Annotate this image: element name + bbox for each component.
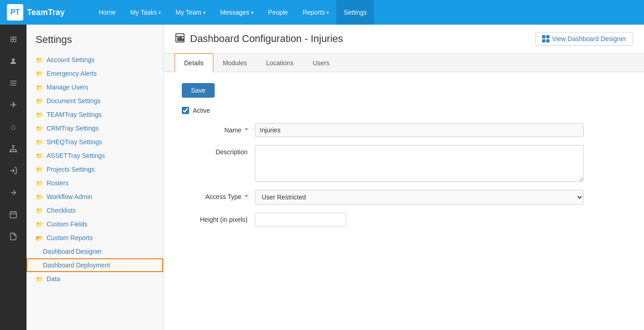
folder-icon: 📁 bbox=[36, 111, 43, 118]
tab-modules[interactable]: Modules bbox=[213, 53, 257, 72]
description-row: Description bbox=[182, 145, 626, 182]
sidebar-icon-plane[interactable]: ✈ bbox=[2, 95, 24, 115]
access-type-required-star: * bbox=[245, 193, 248, 200]
sidebar-item-account-settings[interactable]: 📁 Account Settings bbox=[26, 53, 163, 67]
access-type-row: Access Type * User Restricted Public Pri… bbox=[182, 190, 626, 204]
access-type-select[interactable]: User Restricted Public Private bbox=[255, 190, 584, 204]
sidebar-item-checklists[interactable]: 📁 Checklists bbox=[26, 204, 163, 217]
sidebar-item-document-settings[interactable]: 📁 Document Settings bbox=[26, 94, 163, 108]
sidebar-icon-grid[interactable]: ⊞ bbox=[2, 29, 24, 49]
sidebar-item-assettray-settings[interactable]: 📁 ASSETTray Settings bbox=[26, 149, 163, 162]
svg-rect-24 bbox=[542, 35, 545, 38]
nav-reports[interactable]: Reports ▾ bbox=[295, 0, 336, 25]
tab-users[interactable]: Users bbox=[303, 53, 339, 72]
name-input[interactable] bbox=[255, 123, 584, 137]
folder-icon: 📁 bbox=[36, 194, 43, 200]
main-body: ⊞ ✈ ⌂ Settings 📁 Account Settings bbox=[0, 25, 644, 330]
sidebar-icon-arrow[interactable] bbox=[2, 183, 24, 203]
form-content: Save Active Name * Description bbox=[164, 72, 644, 246]
folder-icon: 📁 bbox=[36, 98, 43, 105]
svg-rect-3 bbox=[10, 85, 16, 86]
nav-settings[interactable]: Settings bbox=[336, 0, 374, 25]
svg-rect-22 bbox=[180, 37, 181, 41]
text-sidebar: Settings 📁 Account Settings 📁 Emergency … bbox=[26, 25, 164, 330]
my-team-caret: ▾ bbox=[203, 10, 206, 15]
svg-rect-26 bbox=[542, 39, 545, 42]
folder-icon: 📁 bbox=[36, 70, 43, 77]
folder-icon: 📁 bbox=[36, 276, 43, 283]
folder-icon: 📁 bbox=[36, 84, 43, 91]
svg-rect-23 bbox=[182, 39, 184, 41]
sidebar-item-projects-settings[interactable]: 📁 Projects Settings bbox=[26, 162, 163, 176]
nav-people[interactable]: People bbox=[261, 0, 296, 25]
app-name: TeamTray bbox=[27, 8, 65, 17]
svg-rect-1 bbox=[10, 81, 16, 82]
tab-details[interactable]: Details bbox=[174, 53, 213, 72]
description-textarea[interactable] bbox=[255, 145, 584, 182]
sidebar-item-sheqtray-settings[interactable]: 📁 SHEQTray Settings bbox=[26, 135, 163, 149]
sidebar-item-teamtray-settings[interactable]: 📁 TEAMTray Settings bbox=[26, 108, 163, 121]
nav-my-team[interactable]: My Team ▾ bbox=[168, 0, 213, 25]
sidebar-item-workflow-admin[interactable]: 📁 Workflow Admin bbox=[26, 190, 163, 204]
sidebar-item-dashboard-designer[interactable]: Dashboard Designer bbox=[26, 245, 163, 258]
svg-rect-15 bbox=[10, 212, 16, 218]
active-label: Active bbox=[193, 107, 210, 114]
my-tasks-caret: ▾ bbox=[158, 10, 161, 15]
view-dashboard-button[interactable]: View Dashboard Designer bbox=[535, 32, 633, 46]
name-row: Name * bbox=[182, 123, 626, 137]
svg-rect-27 bbox=[546, 39, 549, 42]
height-label: Height (in pixels) bbox=[182, 213, 255, 223]
sidebar-icon-people[interactable] bbox=[2, 51, 24, 71]
svg-rect-2 bbox=[10, 83, 16, 84]
nav-my-tasks[interactable]: My Tasks ▾ bbox=[123, 0, 168, 25]
svg-rect-7 bbox=[15, 151, 17, 152]
sidebar-item-custom-fields[interactable]: 📁 Custom Fields bbox=[26, 217, 163, 231]
name-required-star: * bbox=[245, 126, 248, 134]
svg-point-0 bbox=[12, 58, 15, 61]
folder-icon: 📁 bbox=[36, 125, 43, 132]
folder-icon: 📁 bbox=[36, 207, 43, 214]
access-type-label: Access Type * bbox=[182, 190, 255, 200]
messages-caret: ▾ bbox=[251, 10, 253, 15]
name-label: Name * bbox=[182, 123, 255, 134]
active-row: Active bbox=[182, 107, 626, 114]
sidebar-item-emergency-alerts[interactable]: 📁 Emergency Alerts bbox=[26, 67, 163, 80]
logo-icon: PT bbox=[7, 4, 23, 21]
folder-icon: 📁 bbox=[36, 139, 43, 146]
sidebar-item-crmtray-settings[interactable]: 📁 CRMTray Settings bbox=[26, 121, 163, 135]
folder-open-icon: 📂 bbox=[36, 235, 43, 241]
sidebar-item-custom-reports[interactable]: 📂 Custom Reports bbox=[26, 231, 163, 245]
sidebar-icon-list[interactable] bbox=[2, 73, 24, 93]
svg-rect-6 bbox=[10, 151, 12, 152]
sidebar-icon-login[interactable] bbox=[2, 161, 24, 181]
chart-bar-icon bbox=[174, 32, 185, 46]
dashboard-grid-icon bbox=[542, 35, 549, 42]
tabs-bar: Details Modules Locations Users bbox=[164, 53, 644, 72]
save-button[interactable]: Save bbox=[182, 83, 215, 98]
sidebar-icon-document[interactable] bbox=[2, 226, 24, 246]
folder-icon: 📁 bbox=[36, 152, 43, 159]
page-title: Dashboard Configuration - Injuries bbox=[190, 33, 343, 45]
svg-rect-25 bbox=[546, 35, 549, 38]
nav-messages[interactable]: Messages ▾ bbox=[213, 0, 261, 25]
height-input[interactable] bbox=[255, 213, 346, 226]
tab-locations[interactable]: Locations bbox=[257, 53, 303, 72]
active-checkbox[interactable] bbox=[182, 107, 189, 114]
sidebar-icon-org[interactable] bbox=[2, 139, 24, 159]
nav-items: Home My Tasks ▾ My Team ▾ Messages ▾ Peo… bbox=[91, 0, 374, 25]
sidebar-item-dashboard-deployment[interactable]: Dashboard Deployment bbox=[26, 258, 163, 272]
nav-home[interactable]: Home bbox=[91, 0, 123, 25]
folder-icon: 📁 bbox=[36, 180, 43, 187]
sidebar-item-rosters[interactable]: 📁 Rosters bbox=[26, 176, 163, 190]
folder-icon: 📁 bbox=[36, 166, 43, 173]
folder-icon: 📁 bbox=[36, 57, 43, 63]
svg-rect-4 bbox=[12, 146, 15, 147]
reports-caret: ▾ bbox=[327, 10, 329, 15]
sidebar-icon-calendar[interactable] bbox=[2, 204, 24, 225]
sidebar-item-data[interactable]: 📁 Data bbox=[26, 272, 163, 286]
height-row: Height (in pixels) bbox=[182, 213, 626, 226]
sidebar-title: Settings bbox=[26, 34, 163, 53]
icon-sidebar: ⊞ ✈ ⌂ bbox=[0, 25, 26, 330]
sidebar-icon-home[interactable]: ⌂ bbox=[2, 117, 24, 137]
sidebar-item-manage-users[interactable]: 📁 Manage Users bbox=[26, 80, 163, 94]
